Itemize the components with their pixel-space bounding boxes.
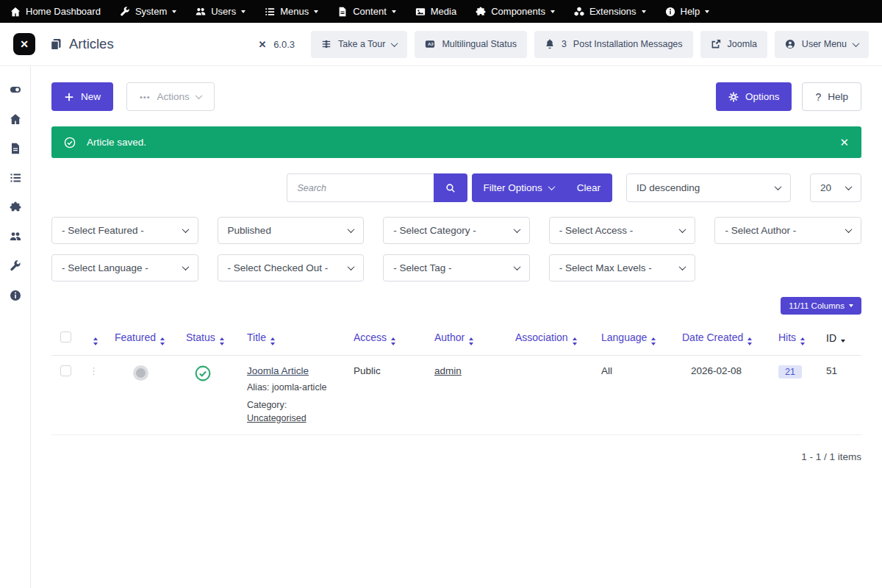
sidebar-components-icon[interactable] xyxy=(10,201,21,213)
chevron-down-icon xyxy=(195,92,202,99)
select-checked-out[interactable]: - Select Checked Out - xyxy=(218,254,365,282)
table-row: ⋮ Joomla Article Alias: joomla-article C… xyxy=(51,355,861,434)
column-header-featured[interactable]: Featured xyxy=(110,322,182,355)
nav-label: Extensions xyxy=(589,6,637,17)
alert-close-button[interactable]: ✕ xyxy=(839,136,849,149)
options-button[interactable]: Options xyxy=(716,82,792,111)
nav-menus[interactable]: Menus xyxy=(255,0,328,23)
search-input[interactable] xyxy=(287,173,434,202)
sort-icon xyxy=(270,337,275,345)
column-label: Access xyxy=(354,331,387,343)
version-number: 6.0.3 xyxy=(273,39,295,50)
take-a-tour-button[interactable]: Take a Tour xyxy=(311,31,407,58)
column-header-status[interactable]: Status xyxy=(182,322,243,355)
columns-toggle-button[interactable]: 11/11 Columns xyxy=(781,297,861,315)
nav-users[interactable]: Users xyxy=(186,0,255,23)
sidebar-categories-icon[interactable] xyxy=(10,172,21,184)
actions-button[interactable]: ••• Actions xyxy=(126,82,215,111)
article-category-line: Category: Uncategorised xyxy=(247,398,345,425)
select-all-checkbox[interactable] xyxy=(60,331,71,343)
row-checkbox[interactable] xyxy=(60,365,71,376)
columns-toggle-label: 11/11 Columns xyxy=(789,301,845,310)
sort-icon xyxy=(800,337,805,345)
joomla-site-button[interactable]: Joomla xyxy=(700,31,767,58)
select-language[interactable]: - Select Language - xyxy=(51,254,198,282)
select-category[interactable]: - Select Category - xyxy=(383,217,530,244)
clear-button[interactable]: Clear xyxy=(565,173,612,202)
user-menu-label: User Menu xyxy=(802,39,847,49)
nav-label: Media xyxy=(431,6,456,17)
sidebar-articles-icon[interactable] xyxy=(10,143,21,154)
cubes-icon xyxy=(574,7,584,17)
nav-label: Users xyxy=(211,6,236,17)
column-header-date-created[interactable]: Date Created xyxy=(678,322,774,355)
sort-icon xyxy=(160,337,165,345)
column-header-association[interactable]: Association xyxy=(511,322,597,355)
select-status[interactable]: Published xyxy=(218,217,365,244)
articles-icon xyxy=(50,38,62,50)
nav-home-dashboard[interactable]: Home Dashboard xyxy=(7,0,110,23)
select-access[interactable]: - Select Access - xyxy=(549,217,696,244)
multilingual-status-button[interactable]: A2 Multilingual Status xyxy=(415,31,526,58)
sidebar-home-icon[interactable] xyxy=(10,113,21,125)
page-title: Articles xyxy=(69,36,114,52)
sidebar-users-icon[interactable] xyxy=(10,231,21,243)
sidebar-info-icon[interactable] xyxy=(10,290,21,301)
list-limit-select[interactable]: 20 xyxy=(810,173,861,202)
sort-icon xyxy=(573,337,577,345)
nav-system[interactable]: System xyxy=(110,0,186,23)
chevron-down-icon xyxy=(845,183,853,190)
sort-order-icon[interactable] xyxy=(93,337,98,345)
chevron-down-icon xyxy=(348,226,355,233)
column-header-title[interactable]: Title xyxy=(243,322,349,355)
nav-components[interactable]: Components xyxy=(466,0,564,23)
wrench-icon xyxy=(120,7,130,17)
search-button[interactable] xyxy=(434,173,467,202)
column-header-id[interactable]: ID xyxy=(822,322,861,355)
article-title-link[interactable]: Joomla Article xyxy=(247,365,309,376)
filter-options-button[interactable]: Filter Options xyxy=(472,173,564,202)
chevron-down-icon xyxy=(642,10,646,13)
nav-label: Menus xyxy=(280,6,309,17)
published-status-icon[interactable] xyxy=(195,365,211,384)
nav-label: Home Dashboard xyxy=(26,6,101,17)
chevron-down-icon xyxy=(548,183,555,190)
select-author[interactable]: - Select Author - xyxy=(714,217,861,244)
drag-handle-icon[interactable]: ⋮ xyxy=(89,365,98,376)
gear-icon xyxy=(728,92,739,102)
nav-content[interactable]: Content xyxy=(328,0,406,23)
column-header-access[interactable]: Access xyxy=(349,322,430,355)
message-count-badge: 3 xyxy=(562,39,567,49)
column-header-language[interactable]: Language xyxy=(597,322,678,355)
select-featured[interactable]: - Select Featured - xyxy=(51,217,198,244)
search-icon xyxy=(445,183,456,193)
author-link[interactable]: admin xyxy=(434,365,462,376)
select-max-levels[interactable]: - Select Max Levels - xyxy=(549,254,696,282)
help-button[interactable]: ? Help xyxy=(802,82,861,111)
sort-icon xyxy=(651,337,656,345)
column-label: Author xyxy=(434,331,465,343)
nav-help[interactable]: Help xyxy=(656,0,720,23)
chevron-down-icon xyxy=(849,304,853,307)
user-menu-button[interactable]: User Menu xyxy=(775,31,869,58)
chevron-down-icon xyxy=(241,10,245,13)
alert-message: Article saved. xyxy=(87,137,146,148)
nav-media[interactable]: Media xyxy=(406,0,466,23)
ordering-select[interactable]: ID descending xyxy=(626,173,791,202)
column-label: Title xyxy=(247,331,266,343)
column-header-hits[interactable]: Hits xyxy=(774,322,822,355)
column-header-author[interactable]: Author xyxy=(430,322,511,355)
plus-icon xyxy=(64,92,74,102)
select-tag[interactable]: - Select Tag - xyxy=(383,254,530,282)
new-button[interactable]: New xyxy=(51,82,113,111)
featured-toggle[interactable] xyxy=(133,365,148,381)
nav-extensions[interactable]: Extensions xyxy=(564,0,656,23)
chevron-down-icon xyxy=(513,226,520,233)
select-max-levels-value: - Select Max Levels - xyxy=(559,262,652,273)
header-actions: ✕ 6.0.3 Take a Tour A2 Multilingual Stat… xyxy=(259,31,869,58)
sidebar-system-icon[interactable] xyxy=(10,260,21,272)
hits-badge: 21 xyxy=(778,365,802,379)
category-link[interactable]: Uncategorised xyxy=(247,413,306,423)
post-installation-messages-button[interactable]: 3 Post Installation Messages xyxy=(534,31,693,58)
sidebar-toggle-icon[interactable] xyxy=(10,84,21,96)
